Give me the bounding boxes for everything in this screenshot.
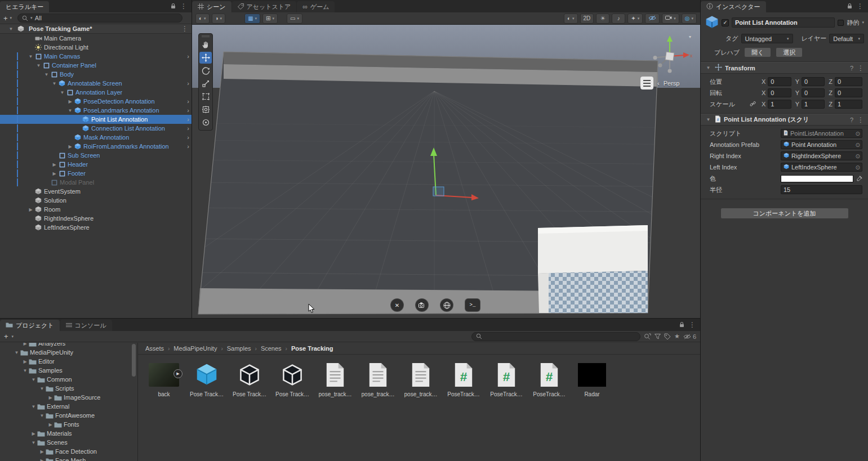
hierarchy-item[interactable]: ▼PoseLandmarks Annotation› xyxy=(0,106,192,115)
hierarchy-item[interactable]: ▶PoseDetection Annotation› xyxy=(0,97,192,106)
asset-item[interactable]: Pose Track… xyxy=(186,361,227,397)
hierarchy-item[interactable]: ▼Main Canvas› xyxy=(0,52,192,61)
annotation-prefab-field[interactable]: Point Annotation ⊙ xyxy=(781,140,862,149)
hierarchy-item[interactable]: ▶Header xyxy=(0,160,192,169)
expand-arrow-icon[interactable]: ▶ xyxy=(38,458,46,461)
hierarchy-item[interactable]: ▼Container Panel xyxy=(0,61,192,70)
camera-settings-dropdown[interactable]: ▾ xyxy=(662,14,679,24)
right-index-field[interactable]: RightIndexSphere ⊙ xyxy=(781,151,862,160)
rect-tool-button[interactable] xyxy=(199,91,212,102)
expand-arrow-icon[interactable]: ▶ xyxy=(27,207,34,212)
scene-menu-icon[interactable]: ⋮ xyxy=(181,25,188,32)
hierarchy-item[interactable]: ▶RoiFromLandmarks Annotation› xyxy=(0,142,192,151)
asset-item[interactable]: #PoseTrack… xyxy=(443,361,484,397)
position-z-field[interactable]: 0 xyxy=(835,77,862,86)
left-index-field[interactable]: LeftIndexSphere ⊙ xyxy=(781,163,862,172)
constrain-proportions-link-icon[interactable] xyxy=(750,101,756,108)
expand-arrow-icon[interactable]: ▼ xyxy=(66,108,74,113)
2d-view-toggle[interactable]: 2D xyxy=(580,14,594,24)
expand-arrow-icon[interactable]: ▶ xyxy=(38,449,46,454)
hierarchy-item[interactable]: ▼Annotation Layer xyxy=(0,88,192,97)
prefab-open-chevron-icon[interactable]: › xyxy=(186,80,192,87)
prefab-open-chevron-icon[interactable]: › xyxy=(186,116,192,123)
scene-overlay-globe-button[interactable] xyxy=(440,298,453,312)
project-folder-item[interactable]: ▼FontAwesome xyxy=(0,411,137,420)
expand-arrow-icon[interactable]: ▶ xyxy=(21,343,29,346)
tag-dropdown[interactable]: Untagged▾ xyxy=(741,34,793,43)
custom-tool-button[interactable] xyxy=(199,117,212,128)
grid-visibility-dropdown[interactable]: ▦▾ xyxy=(244,14,260,24)
expand-arrow-icon[interactable]: ▼ xyxy=(27,54,34,59)
hierarchy-item[interactable]: LeftIndexSphere xyxy=(0,223,192,232)
help-icon[interactable]: ? xyxy=(850,117,853,123)
move-tool-button[interactable] xyxy=(199,52,212,64)
rotation-z-field[interactable]: 0 xyxy=(835,88,862,97)
scale-y-field[interactable]: 1 xyxy=(802,100,825,109)
position-x-field[interactable]: 0 xyxy=(768,77,791,86)
project-folder-item[interactable]: ▶Face Detection xyxy=(0,447,137,456)
transform-tool-button[interactable] xyxy=(199,104,212,115)
hierarchy-item[interactable]: Connection List Annotation› xyxy=(0,124,192,133)
hierarchy-item[interactable]: ▼Body xyxy=(0,70,192,79)
expand-arrow-icon[interactable]: ▼ xyxy=(38,386,46,391)
prefab-open-chevron-icon[interactable]: › xyxy=(186,143,192,150)
breadcrumb-item[interactable]: MediaPipeUnity xyxy=(173,345,217,352)
script-object-field[interactable]: # PointListAnnotation ⊙ xyxy=(781,129,862,138)
lock-icon[interactable] xyxy=(847,3,852,10)
hierarchy-item[interactable]: Modal Panel xyxy=(0,178,192,187)
expand-arrow-icon[interactable]: ▼ xyxy=(30,377,37,382)
create-asset-button[interactable]: + xyxy=(4,333,8,340)
prefab-open-chevron-icon[interactable]: › xyxy=(186,53,192,60)
asset-item[interactable]: Radar xyxy=(572,361,612,397)
hierarchy-item[interactable]: RightIndexSphere xyxy=(0,214,192,223)
object-picker-icon[interactable]: ⊙ xyxy=(856,164,860,171)
prefab-open-chevron-icon[interactable]: › xyxy=(186,134,192,141)
breadcrumb-item[interactable]: Assets xyxy=(145,345,164,352)
object-name-field[interactable]: Point List Annotation xyxy=(732,17,835,28)
asset-item[interactable]: Pose Track… xyxy=(272,361,313,397)
scene-visibility-toggle[interactable] xyxy=(645,14,660,24)
hierarchy-item[interactable]: Solution xyxy=(0,196,192,205)
expand-arrow-icon[interactable]: ▼ xyxy=(38,413,46,418)
rotation-y-field[interactable]: 0 xyxy=(802,88,825,97)
hierarchy-item[interactable]: ▶Footer xyxy=(0,169,192,178)
object-picker-icon[interactable]: ⊙ xyxy=(856,153,860,159)
projection-mode-label[interactable]: Persp xyxy=(664,80,680,87)
tab-game[interactable]: ∞ ゲーム xyxy=(297,1,335,12)
prefab-open-chevron-icon[interactable]: › xyxy=(186,107,192,114)
play-icon[interactable]: ▶ xyxy=(173,369,182,378)
hidden-packages-toggle[interactable]: 6 xyxy=(683,333,696,340)
component-menu-icon[interactable]: ⋮ xyxy=(857,117,864,123)
hierarchy-item[interactable]: ▶Room xyxy=(0,205,192,214)
search-filter-dropdown-icon[interactable]: ▾ xyxy=(30,16,33,20)
project-folder-item[interactable]: ▼Scripts xyxy=(0,384,137,393)
project-folder-item[interactable]: ▶Editor xyxy=(0,357,137,366)
expand-arrow-icon[interactable]: ▶ xyxy=(30,431,37,436)
eyedropper-icon[interactable] xyxy=(856,176,862,182)
tree-scrollbar[interactable] xyxy=(132,344,136,377)
scene-header-row[interactable]: ▼ Pose Tracking Game* ⋮ xyxy=(0,24,192,34)
expand-arrow-icon[interactable]: ▶ xyxy=(51,162,58,167)
scale-x-field[interactable]: 1 xyxy=(768,100,791,109)
rotation-x-field[interactable]: 0 xyxy=(768,88,791,97)
lock-icon[interactable] xyxy=(679,321,684,329)
expand-arrow-icon[interactable]: ▼ xyxy=(13,350,20,355)
gizmos-dropdown[interactable]: ◎▾ xyxy=(682,14,697,24)
prefab-open-chevron-icon[interactable]: › xyxy=(186,125,192,132)
scene-viewport[interactable]: x ▾ ‹ Persp ✕ >_ xyxy=(192,25,700,318)
open-in-search-icon[interactable] xyxy=(644,333,651,340)
scene-overlay-terminal-button[interactable]: >_ xyxy=(465,298,480,312)
layer-dropdown[interactable]: Default▾ xyxy=(829,34,864,43)
expand-arrow-icon[interactable]: ▶ xyxy=(21,359,29,364)
hierarchy-item[interactable]: ▼Annotatable Screen› xyxy=(0,79,192,88)
favorites-icon[interactable]: ★ xyxy=(674,333,680,340)
effects-visibility-dropdown[interactable]: ✦▾ xyxy=(627,14,643,24)
prefab-open-button[interactable]: 開く xyxy=(744,47,771,57)
view-tool-button[interactable] xyxy=(199,39,212,51)
search-by-label-icon[interactable] xyxy=(664,333,671,340)
panel-menu-icon[interactable]: ⋮ xyxy=(180,3,187,10)
hierarchy-item[interactable]: Main Camera xyxy=(0,34,192,43)
project-folder-item[interactable]: ▶ImageSource xyxy=(0,393,137,402)
asset-item[interactable]: pose_track… xyxy=(400,361,441,397)
expand-arrow-icon[interactable]: ▼ xyxy=(51,81,58,86)
